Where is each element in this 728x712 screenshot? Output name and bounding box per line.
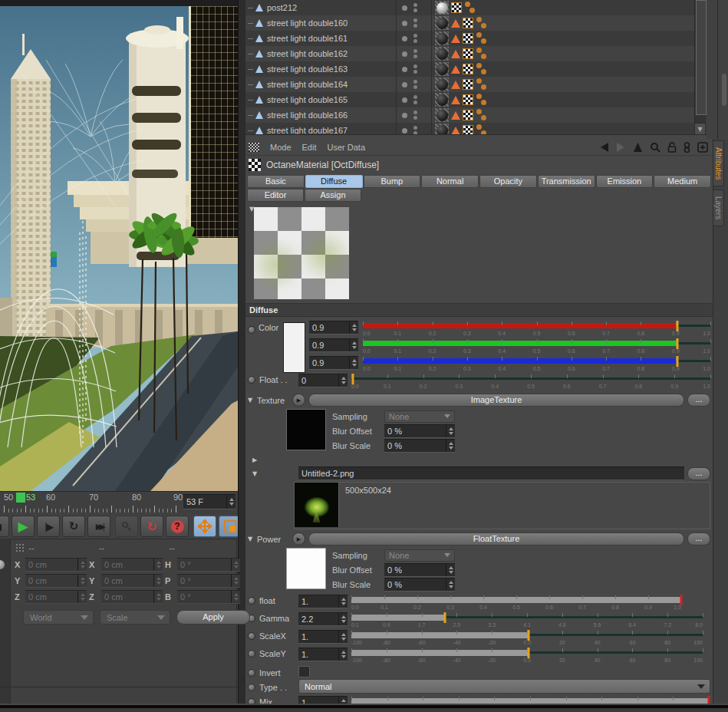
play-button[interactable]: ▶ <box>12 516 35 537</box>
object-label[interactable]: street light double165 <box>267 95 348 104</box>
param-slider[interactable]: -100-80-60-40-200.020406080100 <box>351 630 703 647</box>
link-icon[interactable] <box>684 142 690 153</box>
panel-grip-icon[interactable] <box>15 543 25 552</box>
tab-attributes[interactable]: Attributes <box>713 140 724 186</box>
triangle-tag-icon[interactable] <box>451 19 460 28</box>
loop-button[interactable]: ↻ <box>62 516 85 537</box>
object-row[interactable]: street light double160 <box>245 15 694 31</box>
param-slider[interactable]: -100-80-60-40-200.020406080100 <box>351 648 703 664</box>
texture-tag-icon[interactable] <box>463 18 473 28</box>
orange-dot-tags[interactable] <box>476 31 488 45</box>
triangle-tag-icon[interactable] <box>451 127 460 135</box>
object-label[interactable]: street light double163 <box>267 64 348 74</box>
visibility-dots-icon[interactable] <box>413 64 417 74</box>
autokey-button[interactable] <box>115 516 138 537</box>
anim-dot[interactable] <box>248 650 255 658</box>
sampling-dropdown[interactable]: None <box>384 410 455 423</box>
anim-dot[interactable] <box>248 376 255 384</box>
texture-tag-icon[interactable] <box>463 48 473 59</box>
orange-dot-tags[interactable] <box>476 47 488 61</box>
material-sphere-icon[interactable] <box>435 1 449 15</box>
orange-dot-tags[interactable] <box>476 108 488 122</box>
transform-mode-dropdown[interactable]: Scale <box>100 610 170 625</box>
color-red-field[interactable]: 0.9 <box>309 321 358 335</box>
coord-field[interactable]: 0 cm <box>25 574 87 588</box>
param-slider[interactable]: 0.10.91.72.53.34.14.85.66.47.28.0 <box>351 612 703 629</box>
timeline-ruler[interactable]: 505360708090 53 F <box>0 491 238 515</box>
anim-dot[interactable] <box>248 632 255 640</box>
coord-field[interactable]: 0 cm <box>25 590 87 604</box>
object-row[interactable]: street light double163 <box>245 61 694 77</box>
object-row[interactable]: street light double161 <box>245 31 694 46</box>
param-slider[interactable]: 0.00.10.20.30.40.50.60.70.80.91.0 <box>351 595 681 611</box>
play-step-button[interactable]: |▶ <box>37 516 60 537</box>
back-arrow-icon[interactable] <box>599 143 609 152</box>
tab-emission[interactable]: Emission <box>596 175 654 188</box>
triangle-tag-icon[interactable] <box>451 96 460 104</box>
render-button[interactable]: ↻ <box>140 516 163 537</box>
anim-dot[interactable] <box>248 597 255 605</box>
texture-tag-icon[interactable] <box>463 79 473 90</box>
triangle-tag-icon[interactable] <box>451 50 460 58</box>
tab-transmission[interactable]: Transmission <box>538 175 595 188</box>
object-row[interactable]: street light double167 <box>245 123 694 135</box>
orange-dot-tags[interactable] <box>476 77 488 91</box>
param-field[interactable]: 2.2 <box>298 612 348 626</box>
menu-user-data[interactable]: User Data <box>328 143 366 152</box>
float-slider[interactable]: 0.00.10.20.30.40.50.60.70.80.91.0 <box>351 374 710 391</box>
orange-dot-tags[interactable] <box>476 62 488 76</box>
menu-mode[interactable]: Mode <box>270 143 292 152</box>
blur-offset-field[interactable]: 0 % <box>384 563 455 577</box>
file-browse-button[interactable]: ... <box>687 467 710 480</box>
visibility-dots-icon[interactable] <box>413 49 417 58</box>
color-red-slider[interactable]: 0.00.10.20.30.40.50.60.70.80.91.0 <box>363 321 710 338</box>
material-sphere-icon[interactable] <box>435 31 449 45</box>
tab-assign[interactable]: Assign <box>305 189 361 202</box>
color-green-field[interactable]: 0.9 <box>309 338 358 352</box>
lock-icon[interactable] <box>667 142 677 153</box>
triangle-tag-icon[interactable] <box>451 65 460 74</box>
object-row[interactable]: street light double164 <box>245 77 694 92</box>
visibility-dots-icon[interactable] <box>413 110 417 120</box>
coord-field[interactable]: 0 ° <box>177 558 240 572</box>
blur-scale-field[interactable]: 0 % <box>384 439 455 453</box>
power-more-button[interactable]: ... <box>687 532 710 546</box>
blur-offset-field[interactable]: 0 % <box>384 424 455 438</box>
collapsed-group-icon[interactable]: ▶ <box>252 457 259 463</box>
object-row[interactable]: post212 <box>245 0 694 15</box>
texture-tag-icon[interactable] <box>451 2 462 13</box>
color-green-slider[interactable]: 0.00.10.20.30.40.50.60.70.80.91.0 <box>363 338 710 355</box>
current-frame-field[interactable]: 53 F <box>183 494 236 509</box>
orange-dot-tags[interactable] <box>476 124 488 135</box>
color-blue-field[interactable]: 0.9 <box>309 356 358 370</box>
collapse-arrow-icon[interactable]: ▼ <box>248 536 254 542</box>
scroll-down-arrow-icon[interactable]: ▼ <box>695 123 705 135</box>
visibility-dots-icon[interactable] <box>413 3 417 12</box>
object-manager-scrollbar[interactable]: ▼ <box>694 0 706 135</box>
material-sphere-icon[interactable] <box>435 16 449 30</box>
object-label[interactable]: street light double162 <box>267 49 348 58</box>
param-field[interactable]: 1. <box>298 595 348 608</box>
texture-tag-icon[interactable] <box>463 64 473 74</box>
tab-medium[interactable]: Medium <box>654 175 711 188</box>
blur-scale-field[interactable]: 0 % <box>384 578 455 592</box>
invert-checkbox[interactable] <box>298 666 310 677</box>
section-header[interactable]: Diffuse <box>245 303 713 317</box>
tab-editor[interactable]: Editor <box>247 189 304 202</box>
coord-field[interactable]: 0 cm <box>101 574 163 588</box>
add-box-icon[interactable] <box>697 142 708 153</box>
material-sphere-icon[interactable] <box>435 108 449 122</box>
search-icon[interactable] <box>650 142 660 153</box>
layer-dot-icon[interactable] <box>402 97 407 103</box>
object-label[interactable]: post212 <box>267 3 297 12</box>
type-dropdown[interactable]: Normal <box>298 679 710 694</box>
coord-field[interactable]: 0 ° <box>177 574 240 588</box>
layer-dot-icon[interactable] <box>402 128 407 134</box>
power-thumbnail[interactable] <box>286 548 326 589</box>
triangle-tag-icon[interactable] <box>451 81 460 89</box>
image-texture-button[interactable]: ImageTexture <box>308 394 684 407</box>
color-swatch[interactable] <box>283 322 305 373</box>
orange-dot-tags[interactable] <box>476 16 488 30</box>
layer-dot-icon[interactable] <box>402 5 407 11</box>
tab-bump[interactable]: Bump <box>364 175 421 188</box>
